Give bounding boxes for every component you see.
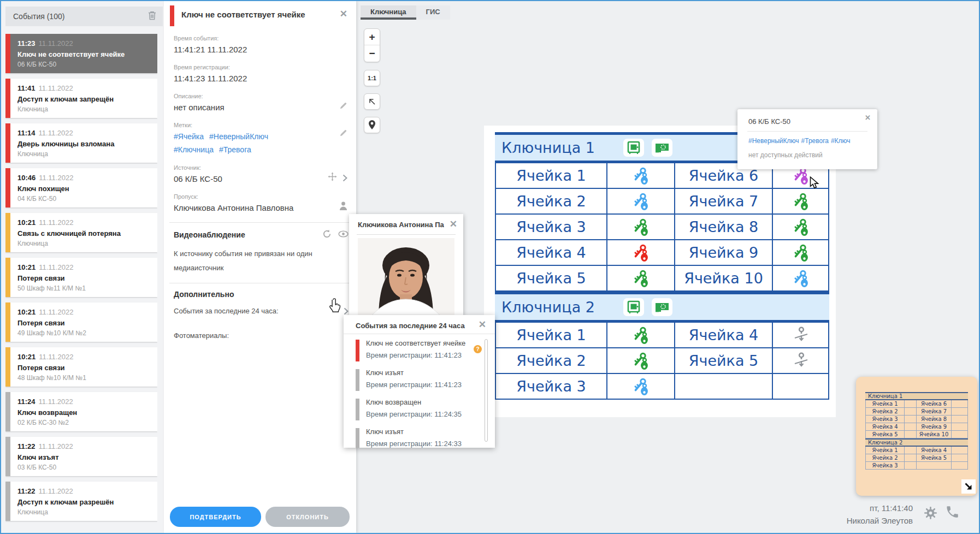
event-card[interactable]: 11:2211.11.2022Доступ к ключам разрешёнК… [5,482,157,521]
cell-key-slot[interactable] [607,323,675,348]
location-pin-button[interactable] [364,117,380,133]
tag-link[interactable]: #НеверныйКлюч [748,137,799,145]
minimap-row: Ячейка 3Ячейка 8 [865,416,968,423]
close-icon[interactable]: ✕ [340,9,347,19]
severity-bar [356,399,359,420]
cell-key-slot[interactable] [607,189,675,215]
tab-keybox[interactable]: Ключница [361,5,416,20]
event-card[interactable]: 10:2111.11.2022Потеря связи48 Шкаф №10 К… [5,347,157,387]
event-card[interactable]: 10:4611.11.2022Ключ похищен04 К/Б КС-50 [5,168,157,207]
phone-icon[interactable] [945,505,960,521]
events24-list: Ключ не соответствует ячейкеВремя регист… [356,338,477,448]
tooltip-title: 06 К/Б КС-50 [748,117,790,126]
event-card[interactable]: 11:1411.11.2022Дверь ключницы взломанаКл… [5,123,157,163]
event-card[interactable]: 11:2311.11.2022Ключ не соответствует яче… [5,34,157,73]
events24-row[interactable]: События за последние 24 часа: [174,299,349,323]
tag-link[interactable]: #Тревога [219,145,251,154]
field-label: Метки: [174,122,349,128]
tag-link[interactable]: #Ключ [831,137,851,145]
photos-row[interactable]: Фотоматериалы: [174,323,349,348]
zoom-in-button[interactable]: + [364,29,380,45]
confirm-button[interactable]: ПОДТВЕРДИТЬ [170,507,261,527]
controller-status-icon[interactable] [652,298,672,316]
cell-key-slot[interactable] [607,163,675,189]
zoom-out-button[interactable]: − [364,45,380,62]
tab-gis[interactable]: ГИС [416,5,450,20]
tag-link[interactable]: #НеверныйКлюч [209,132,268,141]
pencil-icon[interactable] [339,102,347,112]
minimap-row: Ячейка 1Ячейка 4 [865,447,968,454]
events24-item-time: Время регистрации: 11:24:35 [366,410,477,418]
minimap[interactable]: Ключница 1Ячейка 1Ячейка 6Ячейка 2Ячейка… [856,377,977,496]
cell-key-slot[interactable] [773,189,828,215]
map-canvas[interactable]: Ключница 1Ячейка 1Ячейка 6Ячейка 2Ячейка… [484,126,836,417]
cell-key-slot[interactable] [773,374,828,400]
tag-link[interactable]: #Ключница [174,145,214,154]
collapse-minimap-button[interactable] [961,479,976,494]
events24-item[interactable]: Ключ возвращенВремя регистрации: 11:24:3… [356,397,477,426]
safe-status-icon[interactable] [623,139,644,157]
event-time-line: 11:2211.11.2022 [17,442,154,450]
gear-icon[interactable] [924,507,937,521]
event-card[interactable]: 10:2111.11.2022Связь с ключницей потерян… [5,213,157,252]
safe-status-icon[interactable] [623,298,644,316]
cell-key-slot[interactable] [607,240,675,266]
divider [357,234,456,235]
person-icon[interactable] [339,201,347,212]
event-card[interactable]: 11:2411.11.2022Ключ возвращен02 К/Б КС-3… [5,392,157,431]
event-card[interactable]: 10:2111.11.2022Потеря связи50 Шкаф №11 К… [5,258,157,297]
event-detail-panel: Ключ не соответствует ячейке ✕ Время соб… [164,1,356,533]
cell-name: Ячейка 1 [496,323,607,348]
tag-link[interactable]: #Ячейка [174,132,204,141]
event-time: 11:41 [17,84,36,92]
select-tool-button[interactable] [364,93,380,110]
cell-key-slot[interactable] [773,240,828,266]
event-date: 11.11.2022 [39,308,73,316]
chevron-right-icon[interactable] [343,174,347,182]
event-card[interactable]: 11:4111.11.2022Доступ к ключам запрещёнК… [5,79,157,118]
minimap-cell: Ячейка 1 [865,400,905,408]
chevron-right-icon[interactable] [344,307,349,315]
trash-icon[interactable] [148,11,156,22]
close-icon[interactable]: ✕ [450,219,457,229]
eye-icon[interactable] [338,230,349,239]
event-date: 11.11.2022 [39,442,73,450]
minimap-row: Ячейка 2Ячейка 5 [865,454,968,462]
close-icon[interactable]: ✕ [865,114,871,121]
cabinet-header[interactable]: Ключница 2 [495,294,829,320]
controller-status-icon[interactable] [652,139,672,157]
events24-popup-title: События за последние 24 часа [356,322,465,330]
video-section-title: Видеонаблюдение [174,230,245,239]
events24-item[interactable]: Ключ изъятВремя регистрации: 11:24:33 [356,426,477,448]
event-source: Ключница [17,508,154,516]
minimap-cell: Ячейка 3 [865,416,905,423]
events24-item[interactable]: Ключ изъятВремя регистрации: 11:41:23 [356,367,477,397]
field-label: Пропуск: [174,193,349,200]
keys-icon [791,269,811,288]
tag-link[interactable]: #Тревога [801,137,829,145]
pencil-icon[interactable] [339,129,347,139]
decline-button[interactable]: ОТКЛОНИТЬ [265,507,350,527]
question-badge[interactable]: ? [474,345,482,353]
event-time-line: 10:2111.11.2022 [17,218,154,227]
event-card[interactable]: 11:2211.11.2022Ключ изъят03 К/Б КС-50 [5,437,157,476]
event-time-line: 11:2311.11.2022 [17,39,154,48]
cell-key-slot[interactable] [607,348,675,374]
cell-key-slot[interactable] [773,348,828,374]
close-icon[interactable]: ✕ [479,320,486,329]
locate-source-icon[interactable] [328,172,337,183]
event-card[interactable]: 10:2111.11.2022Потеря связи49 Шкаф №10 К… [5,302,157,342]
events24-item[interactable]: Ключ не соответствует ячейкеВремя регист… [356,338,477,367]
scrollbar[interactable] [485,339,488,442]
minimap-cell [952,423,968,431]
cell-key-slot[interactable] [773,266,828,292]
cell-key-slot[interactable] [607,215,675,240]
cabinet-name: Ключница 2 [501,299,595,316]
cell-key-slot[interactable] [607,374,675,400]
actual-size-button[interactable]: 1:1 [364,70,380,86]
cell-key-slot[interactable] [773,215,828,240]
minimap-cell: Ячейка 5 [865,431,905,438]
refresh-icon[interactable] [322,229,332,240]
cell-key-slot[interactable] [773,323,828,348]
cell-key-slot[interactable] [607,266,675,292]
